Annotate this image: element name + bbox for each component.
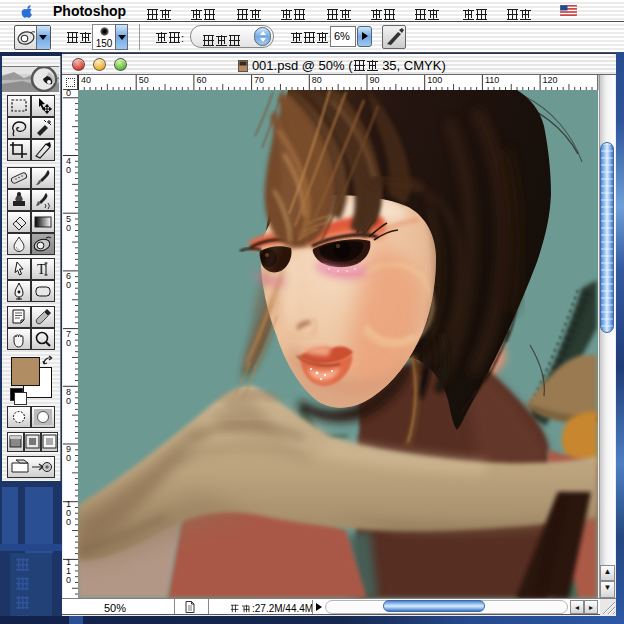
svg-text:0: 0 — [66, 338, 71, 348]
svg-text:0: 0 — [66, 517, 71, 527]
svg-text:0: 0 — [66, 223, 71, 233]
svg-text:0: 0 — [66, 280, 71, 290]
svg-text:50: 50 — [139, 75, 149, 85]
svg-text:100: 100 — [427, 75, 442, 85]
svg-text:80: 80 — [312, 75, 322, 85]
svg-text:0: 0 — [66, 575, 71, 585]
svg-text:110: 110 — [485, 75, 499, 85]
svg-text:0: 0 — [66, 453, 71, 463]
svg-text:0: 0 — [66, 90, 71, 98]
svg-text:60: 60 — [196, 75, 206, 85]
svg-text:0: 0 — [66, 396, 71, 406]
svg-text:90: 90 — [370, 75, 380, 85]
svg-text:120: 120 — [543, 75, 558, 85]
svg-text:70: 70 — [254, 75, 264, 85]
svg-text:0: 0 — [66, 165, 71, 175]
svg-text:40: 40 — [81, 75, 91, 85]
